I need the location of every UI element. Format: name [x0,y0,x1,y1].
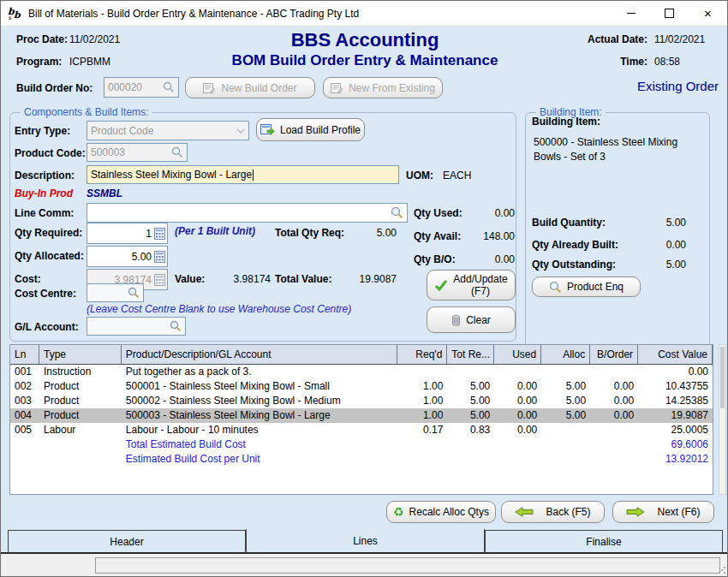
entry-type-value: Product Code [91,125,236,137]
recalc-alloc-qtys-button[interactable]: ♻ Recalc Alloc Qtys [386,501,496,523]
cell-border: 0.00 [590,408,638,423]
title-bar[interactable]: bbs Bill of Materials - Build Order Entr… [1,1,727,27]
build-quantity-label: Build Quantity: [532,217,606,229]
line-comm-input[interactable] [87,203,408,223]
cell-desc: 500001 - Stainless Steel Mixing Bowl - S… [122,379,398,394]
qty-allocated-input[interactable]: 5.00 [87,246,168,267]
new-from-existing-label: New From Existing [349,82,435,94]
line-comm-label: Line Comm: [15,207,74,219]
cell-tot_req [447,365,494,379]
column-header: Product/Description/GL Account [122,345,398,364]
summary-label: Total Estimated Build Cost [122,437,398,452]
actual-date-value: 11/02/2021 [654,33,705,45]
cell-tot_req: 5.00 [447,394,494,408]
cost-centre-note: (Leave Cost Centre Blank to use Warehous… [87,303,351,315]
entry-type-label: Entry Type: [15,125,70,137]
table-scrollbar[interactable] [719,344,726,495]
cell-cost_value: 14.25385 [638,394,713,408]
buy-in-prod-flag: Buy-In Prod [15,187,73,199]
summary-value: 69.6006 [638,437,713,452]
resize-grip[interactable] [718,566,726,574]
cost-label: Cost: [15,273,41,285]
back-button[interactable]: Back (F5) [501,501,605,523]
scrollbar-thumb[interactable] [720,347,725,408]
table-row-003[interactable]: 003Product500002 - Stainless Steel Mixin… [10,394,713,408]
column-header: Req'd [397,345,447,364]
recalc-label: Recalc Alloc Qtys [409,506,489,518]
qty-required-input[interactable]: 1 [87,223,168,244]
application-window: bbs Bill of Materials - Build Order Entr… [0,0,728,577]
clear-icon [451,314,461,326]
cell-cost_value: 19.9087 [638,408,713,423]
search-icon[interactable] [128,287,140,299]
gl-account-input[interactable] [87,317,186,336]
next-button[interactable]: Next (F6) [612,501,714,523]
cell-empty [590,452,638,467]
qty-avail-value: 148.00 [455,230,515,242]
cell-reqd: 0.17 [397,423,447,437]
clear-button[interactable]: Clear [427,306,516,333]
minimize-button[interactable] [612,1,650,26]
close-button[interactable]: × [689,1,727,26]
load-build-profile-button[interactable]: Load Build Profile [256,118,365,141]
cell-empty [494,437,541,452]
table-row-002[interactable]: 002Product500001 - Stainless Steel Mixin… [10,379,713,394]
cell-alloc: 5.00 [541,394,590,408]
add-update-button[interactable]: Add/Update (F7) [427,270,516,300]
cell-empty [447,437,494,452]
product-enq-button[interactable]: Product Enq [532,277,641,297]
product-code-label: Product Code: [15,147,86,159]
tab-finalise[interactable]: Finalise [485,530,723,553]
cell-empty [39,437,122,452]
product-code-value: 500003 [91,146,171,158]
cell-empty [39,452,122,467]
cell-type: Product [39,408,122,423]
new-build-order-button: New Build Order [185,77,315,98]
tab-lines[interactable]: Lines [246,529,485,553]
value-value: 3.98174 [211,273,271,285]
cost-centre-input[interactable] [87,283,144,302]
cell-border: 0.00 [590,394,638,408]
cell-empty [447,452,494,467]
calculator-icon[interactable] [154,228,165,240]
qty-outstanding-value: 5.00 [635,259,686,271]
column-header: B/Order [590,345,638,364]
close-icon: × [704,7,712,20]
load-build-profile-label: Load Build Profile [280,124,361,136]
order-status: Existing Order [590,79,719,93]
table-row-004[interactable]: 004Product500003 - Stainless Steel Mixin… [10,408,713,423]
qty-required-label: Qty Required: [15,227,82,239]
cell-cost_value: 0.00 [638,365,713,379]
table-row-001[interactable]: 001InstructionPut together as a pack of … [10,365,713,379]
gl-account-label: G/L Account: [15,321,79,333]
check-icon [434,279,448,291]
time-label: Time: [562,56,647,68]
calculator-icon[interactable] [154,251,165,263]
cell-desc: 500002 - Stainless Steel Mixing Bowl - M… [122,394,398,408]
cell-alloc: 5.00 [541,408,590,423]
qty-used-value: 0.00 [455,207,515,219]
search-icon[interactable] [170,320,182,332]
table-summary-row: Estimated Build Cost per Unit13.92012 [10,452,713,467]
maximize-button[interactable] [650,1,689,26]
value-label: Value: [175,273,205,285]
cell-alloc [541,423,590,437]
cell-type: Product [39,394,122,408]
qty-bo-label: Qty B/O: [414,253,456,265]
new-order-icon [331,82,343,94]
cost-centre-label: Cost Centre: [15,288,76,300]
qty-already-built-value: 0.00 [635,239,686,251]
new-build-order-label: New Build Order [221,82,296,94]
cell-alloc [541,365,590,379]
description-input[interactable]: Stainless Steel Mixing Bowl - Large [87,165,399,184]
tab-header[interactable]: Header [8,530,246,553]
window-title: Bill of Materials - Build Order Entry & … [28,8,359,20]
cell-empty [494,452,541,467]
total-qty-req-value: 5.00 [343,227,397,239]
table-row-005[interactable]: 005LabourLabour - Labour - 10 minutes0.1… [10,423,713,437]
cell-empty [397,437,447,452]
clear-label: Clear [466,314,491,326]
build-order-no-label: Build Order No: [16,82,92,94]
search-icon[interactable] [391,206,403,219]
cell-tot_req: 5.00 [447,408,494,423]
